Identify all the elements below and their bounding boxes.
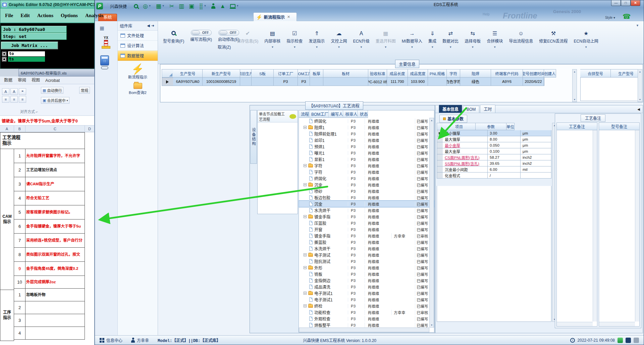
expand-icon[interactable] [304,183,307,186]
tree-row[interactable]: 阻焊前处理1 P3 肖维维 已编写 [299,131,434,137]
cut-icon[interactable]: ✂ [169,3,174,9]
table-cell[interactable] [240,78,252,86]
user-icon[interactable] [211,3,215,9]
params-column-header[interactable]: 单位 [506,123,515,130]
dropdown-caret-icon[interactable]: ▼ [411,46,413,50]
merge-column-header[interactable]: 合拼型号 [580,69,611,78]
param-name-cell[interactable]: 最小金厚 [443,142,488,148]
table-cell[interactable]: 103.900 [408,78,428,86]
param-name-cell[interactable]: 最大镍厚 [443,136,488,142]
layer-row[interactable]: ts [1,57,67,62]
node-label[interactable]: 电子测试 [314,252,330,258]
excel-window-titlebar[interactable]: 6A9Y607UA0-校审指示.xls [18,69,95,77]
param-name-cell[interactable]: CS面PNL面积(含孔) [443,154,488,160]
tree-row[interactable]: 终检 P3 肖维维 已编写 [299,303,434,309]
menu-item[interactable]: Analysis [85,13,103,18]
table-cell[interactable]: A9Y6 [491,78,523,86]
column-header[interactable]: 板厚 [310,69,323,78]
instruction-row[interactable]: 2 工艺边增加分流点 [14,163,85,177]
node-label[interactable]: 镀金手指 [314,233,330,239]
param-name-cell[interactable]: 最大金厚 [443,148,488,154]
node-label[interactable]: 沉金 [314,182,322,188]
tree-row[interactable]: 显影1 P3 肖维维 已编写 [299,156,434,162]
table-cell[interactable] [428,78,447,86]
remark-horizontal-scrollbar[interactable] [557,322,593,326]
instruction-row[interactable]: 2 [14,301,85,314]
column-header-c[interactable]: C [25,126,85,132]
ribbon-button[interactable]: ⇄ 数据对比 ▼ [442,30,459,50]
tree-row[interactable]: 喷砂 P3 肖维维 已编写 [299,188,434,194]
dropdown-caret-icon[interactable]: ▼ [585,46,587,50]
instruction-text-cell[interactable]: 外层完成铜厚2oz [25,276,85,288]
node-label[interactable]: 成品清洗 [314,284,330,290]
table-cell[interactable]: 111.700 [387,78,408,86]
expand-icon[interactable] [304,266,307,269]
instruction-text-cell[interactable]: 忽略板外物 [25,289,85,301]
node-label[interactable]: 字符 [314,163,322,168]
node-label[interactable]: 金指倒边 [314,278,330,283]
param-value-cell[interactable]: 8.00 [488,136,521,142]
layer-name[interactable]: ts [8,57,45,62]
row-number-cell[interactable]: 5 [14,205,25,219]
ribbon-button[interactable]: ⚒ 修复ECN丢流程 [539,30,568,50]
param-unit-cell[interactable]: inch2 [521,154,551,160]
param-name-cell[interactable]: 化金程式 [443,172,488,179]
param-unit-cell[interactable]: inch2 [521,160,551,166]
link-icon[interactable] [101,66,108,69]
params-column-header[interactable]: 参数 [476,123,506,130]
hamburger-icon[interactable]: ≡ [100,24,104,33]
excel-tab[interactable]: 审阅 [18,77,26,83]
formula-bar[interactable]: 镀硬金，镍厚大于等于5um,金厚大于等于0 [0,116,94,126]
row-number-cell[interactable]: 2 [14,301,25,314]
copy-icon[interactable]: ▣ [189,3,194,9]
merge-center-button[interactable]: ▣合并后居中▾ [41,97,69,104]
tree-row[interactable]: 阻抗测试 P3 肖维维 已编写 [299,258,434,264]
ribbon-toggle[interactable]: OFF 编写流程(R) [190,30,212,42]
tree-row[interactable]: 沉金 P3 肖维维 已编写 [299,182,434,188]
node-label[interactable]: 终检 [314,303,322,309]
param-unit-cell[interactable]: μm [521,142,551,148]
chart-icon[interactable]: ▲ [220,3,226,9]
instruction-row[interactable]: 5 按客规要求替换图示标记。 [14,205,85,219]
dropdown-caret-icon[interactable]: ▼ [293,46,296,50]
expand-icon[interactable] [304,292,307,295]
row-number-cell[interactable]: 8 [14,248,25,261]
select-all-cell[interactable] [162,69,173,78]
tool-badge-icon[interactable] [626,338,631,343]
sidebar-item[interactable]: 文件处理 [118,31,158,41]
dropdown-caret-icon[interactable]: ▼ [431,46,434,50]
instruction-text-cell[interactable]: 工艺边增加分流点 [25,163,85,177]
node-label[interactable]: 阻抗测试 [314,258,330,264]
param-row[interactable]: CS面PNL面积(含孔) 58.27 inch2 [437,154,551,160]
ribbon-button[interactable]: A ECN升级 ▼ [353,30,369,50]
phone-icon[interactable]: ☎ [623,12,631,20]
menu-item[interactable]: Options [61,13,78,18]
ribbon-button[interactable]: ☁ 文控上网 ▼ [331,30,347,50]
param-value-cell[interactable]: / [488,172,521,179]
dropdown-caret-icon[interactable]: ▼ [360,46,363,50]
param-value-cell[interactable]: 39.65 [488,160,521,166]
instruction-text-cell[interactable] [25,327,85,339]
column-header[interactable]: 升级前旧生产型号 [240,69,252,78]
param-value-cell[interactable]: 0.100 [488,148,521,154]
row-number-cell[interactable]: 1 [14,289,25,301]
tree-row[interactable]: 水洗烘干 P3 肖维维 已编写 [299,245,434,252]
node-label[interactable]: 丝印1 [314,137,325,143]
tree-row[interactable]: 功能检查 P3 肖维维 方幸幸 已审核 [299,309,434,315]
yx-factory-icon[interactable]: YX [100,36,112,49]
ribbon-button[interactable]: ☑ 指示检查 ▼ [286,30,303,50]
tree-row[interactable]: 终固化 P3 肖维维 已编写 [299,118,434,124]
node-label[interactable]: 喷砂 [314,188,322,194]
table-vertical-scrollbar[interactable] [572,69,577,102]
column-header-a[interactable]: A [0,126,14,132]
dropdown-caret-icon[interactable]: ▼ [337,46,340,50]
number-format-select[interactable]: 常规 [79,87,90,94]
column-header[interactable]: 型号创建时间 [523,69,544,78]
node-label[interactable]: 阻焊1 [314,125,325,130]
tree-row[interactable]: 镀金手指 P3 肖维维 方幸幸 已审核 [299,233,434,239]
node-label[interactable]: 电子测试1 [314,290,333,296]
tree-row[interactable]: 铣板 P3 肖维维 已编写 [299,271,434,277]
font-size-down-icon[interactable]: A [10,88,18,95]
graphic-editor-canvas[interactable]: Job : 6a9y607ua0 Step: set Job Matrix ..… [0,23,94,68]
maximize-button[interactable]: □ [621,0,631,6]
